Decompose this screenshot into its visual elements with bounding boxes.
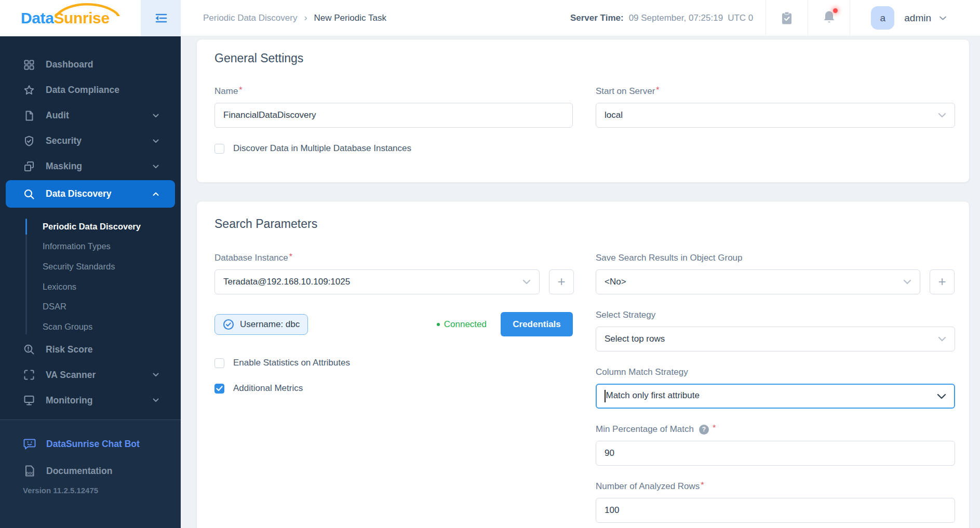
sidebar-item-label: Masking: [46, 161, 82, 172]
plus-icon: +: [938, 275, 946, 288]
username-chip[interactable]: Username: dbc: [214, 314, 308, 335]
name-input[interactable]: [214, 103, 573, 128]
text-cursor: [605, 390, 606, 402]
checkbox-label: Discover Data in Multiple Database Insta…: [233, 143, 411, 154]
sidebar-item-label: Dashboard: [46, 59, 93, 70]
help-icon[interactable]: ?: [699, 425, 709, 435]
submenu-item-label: Information Types: [43, 241, 111, 251]
checkbox-label: Enable Statistics on Attributes: [233, 358, 350, 368]
submenu-item-label: Scan Groups: [43, 322, 92, 332]
sidebar-item-risk-score[interactable]: Risk Score: [0, 337, 181, 362]
discover-multiple-instances-checkbox[interactable]: Discover Data in Multiple Database Insta…: [214, 143, 573, 154]
submenu-item-information-types[interactable]: Information Types: [0, 237, 181, 257]
chevron-down-icon: [938, 113, 946, 118]
sidebar-item-label: VA Scanner: [46, 370, 96, 381]
checkbox-label: Additional Metrics: [233, 383, 303, 394]
start-on-server-select[interactable]: local: [596, 103, 955, 128]
search-parameters-card: Search Parameters Database Instance* Ter…: [196, 201, 970, 528]
sidebar-item-dashboard[interactable]: Dashboard: [0, 52, 181, 77]
server-time-value: 09 September, 07:25:19: [629, 13, 723, 23]
layers-copy-icon: [23, 160, 35, 173]
breadcrumb-parent[interactable]: Periodic Data Discovery: [203, 13, 297, 23]
submenu-item-label: DSAR: [43, 302, 66, 312]
plus-icon: +: [557, 275, 565, 288]
server-time-label: Server Time:: [570, 13, 624, 23]
column-match-strategy-label: Column Match Strategy: [596, 367, 688, 377]
min-percentage-input[interactable]: [596, 441, 955, 466]
sidebar-item-data-discovery[interactable]: Data Discovery: [6, 180, 175, 208]
shield-check-icon: [23, 135, 35, 147]
logo-word-data: Data: [21, 9, 53, 26]
breadcrumb: Periodic Data Discovery › New Periodic T…: [203, 12, 386, 23]
sidebar-item-label: Data Compliance: [46, 85, 119, 96]
submenu-item-scan-groups[interactable]: Scan Groups: [0, 317, 181, 337]
search-icon: [23, 188, 35, 200]
main-content: General Settings Name* Discover Data in …: [181, 36, 980, 528]
status-dot: [437, 323, 440, 326]
credentials-button[interactable]: Credentials: [501, 312, 573, 336]
top-header: DataSunrise Periodic Data Discovery › Ne…: [0, 0, 980, 36]
submenu-item-periodic-data-discovery[interactable]: Periodic Data Discovery: [0, 216, 181, 237]
analyzed-rows-label: Number of Analyzed Rows: [596, 481, 700, 492]
checkbox-unchecked[interactable]: [214, 358, 224, 368]
object-group-select[interactable]: <No>: [596, 269, 920, 294]
database-instance-label: Database Instance: [214, 253, 288, 263]
general-settings-card: General Settings Name* Discover Data in …: [196, 39, 970, 183]
sidebar-item-label: Audit: [46, 110, 69, 121]
select-value: Select top rows: [605, 334, 665, 344]
required-asterisk: *: [289, 252, 292, 262]
sidebar-item-label: Security: [46, 136, 82, 146]
dashboard-icon: [23, 59, 35, 71]
header-divider: [850, 0, 850, 36]
server-time: Server Time: 09 September, 07:25:19 UTC …: [570, 13, 753, 23]
breadcrumb-separator: ›: [304, 12, 307, 23]
column-match-strategy-select[interactable]: Match only first attribute: [596, 384, 955, 409]
document-icon: [23, 110, 35, 122]
sidebar-item-security[interactable]: Security: [0, 128, 181, 154]
documentation-icon: DOC: [23, 464, 36, 478]
data-discovery-submenu: Periodic Data Discovery Information Type…: [0, 209, 181, 337]
required-asterisk: *: [713, 424, 716, 433]
submenu-item-dsar[interactable]: DSAR: [0, 296, 181, 317]
user-menu[interactable]: a admin: [871, 6, 947, 30]
submenu-item-label: Periodic Data Discovery: [43, 222, 141, 232]
analyzed-rows-input[interactable]: [596, 498, 955, 523]
sidebar-item-monitoring[interactable]: Monitoring: [0, 388, 181, 413]
chevron-down-icon: [153, 165, 159, 169]
notifications-button[interactable]: [808, 0, 850, 36]
sidebar-item-label: DataSunrise Chat Bot: [46, 439, 140, 450]
sidebar-collapse-button[interactable]: [141, 0, 181, 36]
select-strategy-select[interactable]: Select top rows: [596, 327, 955, 351]
database-instance-select[interactable]: Teradata@192.168.10.109:1025: [214, 269, 540, 294]
submenu-item-security-standards[interactable]: Security Standards: [0, 256, 181, 277]
tasks-button[interactable]: [766, 0, 808, 36]
monitor-icon: [23, 394, 35, 407]
object-group-label: Save Search Results in Object Group: [596, 253, 743, 263]
submenu-item-label: Lexicons: [43, 282, 76, 292]
chevron-down-icon: [903, 279, 911, 285]
checkbox-checked[interactable]: [214, 384, 224, 394]
sidebar-item-masking[interactable]: Masking: [0, 154, 181, 179]
sidebar-item-documentation[interactable]: DOC Documentation: [0, 464, 181, 478]
sidebar-item-label: Data Discovery: [46, 188, 111, 199]
svg-text:DOC: DOC: [26, 471, 34, 475]
submenu-item-lexicons[interactable]: Lexicons: [0, 277, 181, 297]
status-label: Connected: [444, 319, 487, 330]
sidebar-item-va-scanner[interactable]: VA Scanner: [0, 362, 181, 388]
username-chip-label: Username: dbc: [240, 319, 300, 330]
sidebar-item-chat-bot[interactable]: DataSunrise Chat Bot: [0, 437, 181, 451]
additional-metrics-checkbox[interactable]: Additional Metrics: [214, 383, 573, 394]
add-object-group-button[interactable]: +: [930, 269, 955, 294]
sidebar-item-data-compliance[interactable]: Data Compliance: [0, 77, 181, 103]
sidebar-item-audit[interactable]: Audit: [0, 103, 181, 128]
add-database-instance-button[interactable]: +: [549, 269, 574, 294]
checkbox-unchecked[interactable]: [214, 144, 224, 154]
breadcrumb-current: New Periodic Task: [314, 13, 386, 23]
chevron-down-icon: [153, 114, 159, 118]
chevron-down-icon: [153, 373, 159, 377]
submenu-item-label: Security Standards: [43, 262, 115, 272]
chevron-down-icon: [153, 398, 159, 402]
clipboard-check-icon: [781, 11, 793, 25]
enable-statistics-checkbox[interactable]: Enable Statistics on Attributes: [214, 358, 573, 368]
logo-word-sunrise: Sunrise: [53, 9, 109, 26]
